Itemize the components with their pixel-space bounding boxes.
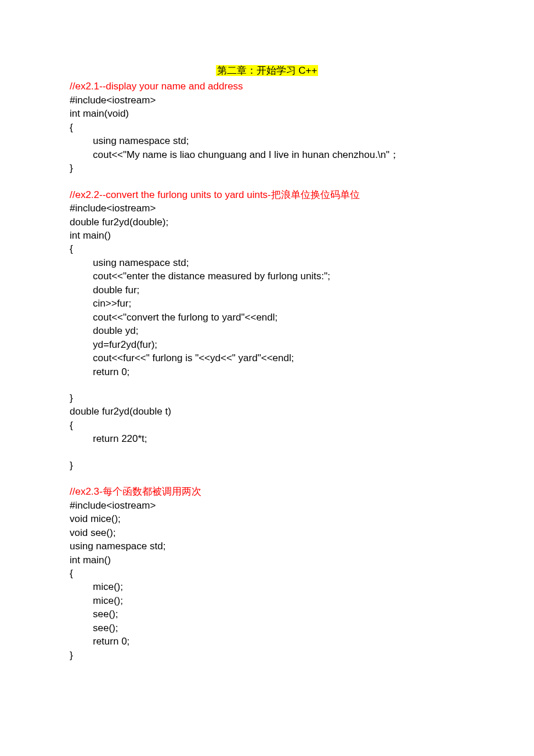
code-line: using namespace std; [70,134,464,147]
code-line: using namespace std; [70,539,464,553]
code-line: return 0; [70,365,464,379]
code-line: { [70,242,464,255]
code-line: int main() [70,553,464,567]
code-line: return 220*t; [70,432,464,445]
code-line: } [70,649,464,662]
code-line: return 0; [70,635,464,648]
code-line: { [70,419,464,432]
ex2-1-title: //ex2.1--display your name and address [70,80,464,93]
code-line: double yd; [70,324,464,337]
code-line: using namespace std; [70,256,464,269]
code-line: cout<<"enter the distance measured by fu… [70,269,464,283]
code-line: } [70,161,464,175]
chapter-heading-text: 第二章：开始学习 C++ [216,65,319,76]
code-line: cout<<"My name is liao chunguang and I l… [70,148,464,161]
spacer [70,446,464,459]
spacer [70,472,464,485]
code-line: yd=fur2yd(fur); [70,338,464,351]
code-line: mice(); [70,580,464,593]
code-line: mice(); [70,594,464,607]
code-line: } [70,391,464,405]
spacer [70,379,464,391]
code-line: void see(); [70,526,464,539]
ex2-2-title: //ex2.2--convert the furlong units to ya… [70,188,464,201]
document-page: 第二章：开始学习 C++ //ex2.1--display your name … [0,0,534,697]
code-line: { [70,121,464,134]
code-line: see(); [70,621,464,635]
code-line: int main(void) [70,107,464,120]
code-line: { [70,567,464,580]
spacer [70,175,464,188]
code-line: } [70,459,464,472]
ex2-3-title: //ex2.3-每个函数都被调用两次 [70,485,464,498]
code-line: #include<iostream> [70,499,464,512]
code-line: cout<<"convert the furlong to yard"<<end… [70,311,464,324]
code-line: cin>>fur; [70,297,464,310]
code-line: double fur2yd(double t) [70,405,464,418]
code-line: int main() [70,229,464,242]
code-line: see(); [70,607,464,621]
code-line: cout<<fur<<" furlong is "<<yd<<" yard"<<… [70,351,464,365]
chapter-heading: 第二章：开始学习 C++ [70,64,464,77]
code-line: #include<iostream> [70,201,464,215]
code-line: double fur; [70,283,464,297]
code-line: void mice(); [70,512,464,525]
code-line: #include<iostream> [70,93,464,107]
code-line: double fur2yd(double); [70,215,464,229]
